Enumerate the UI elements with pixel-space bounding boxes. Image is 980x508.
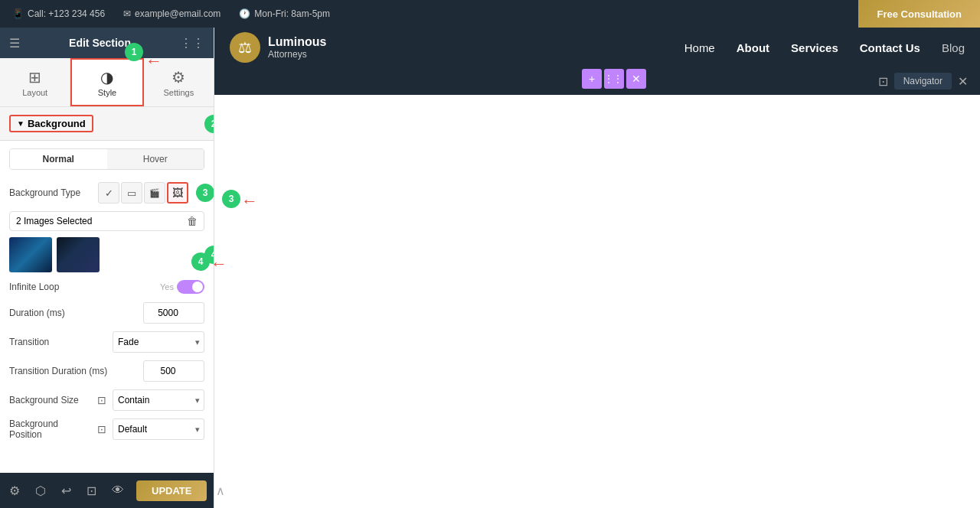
tab-style[interactable]: ◑ Style: [70, 58, 143, 106]
transition-duration-row: Transition Duration (ms): [0, 357, 214, 386]
panel-header: ☰ Edit Section ⋮⋮: [0, 28, 214, 58]
bg-type-color[interactable]: ▭: [121, 182, 142, 204]
add-section-button[interactable]: +: [582, 69, 602, 89]
close-navigator-icon[interactable]: ✕: [958, 74, 968, 89]
nav-contact[interactable]: Contact Us: [860, 41, 920, 54]
state-tab-normal[interactable]: Normal: [10, 149, 107, 169]
hamburger-icon[interactable]: ☰: [9, 36, 20, 50]
logo-icon: ⚖: [230, 32, 260, 63]
toolbar-history-icon[interactable]: ↩: [58, 480, 74, 501]
badge-3: 3: [196, 184, 214, 202]
images-selected-row: 2 Images Selected 🗑: [9, 211, 204, 231]
section-editing-toolbar: + ⋮⋮⋮ ✕: [582, 69, 646, 89]
hero-wrapper: + ⋮⋮⋮ ✕: [214, 67, 980, 508]
site-logo: ⚖ Luminous Attorneys: [230, 32, 326, 63]
badge-4-abs: 4: [191, 252, 210, 271]
settings-icon: ⚙: [172, 68, 185, 86]
toolbar-preview-icon[interactable]: 👁: [109, 480, 127, 500]
panel-tabs: ⊞ Layout ◑ Style ⚙ Settings: [0, 58, 214, 107]
bg-position-select[interactable]: Default Center Top Bottom: [113, 418, 204, 440]
bottom-toolbar: ⚙ ⬡ ↩ ⊡ 👁 UPDATE ∧: [0, 473, 214, 508]
bg-type-slideshow[interactable]: 🖼: [167, 182, 188, 204]
top-bar-left: 📱 Call: +123 234 456 ✉ example@email.com…: [12, 8, 330, 19]
top-bar: 📱 Call: +123 234 456 ✉ example@email.com…: [0, 0, 980, 28]
transition-select-wrapper: Fade Slide Zoom: [113, 331, 204, 353]
toggle-switch[interactable]: Yes: [160, 280, 204, 294]
navigator-icon[interactable]: ⊡: [878, 74, 888, 89]
background-type-row: Background Type ✓ ▭ 🎬 🖼 3: [0, 177, 214, 208]
background-label-box: ▼ Background: [9, 115, 93, 132]
navigator-box[interactable]: Navigator: [894, 73, 952, 90]
badge-3-abs: 3: [222, 190, 240, 208]
right-content: ⚖ Luminous Attorneys Home About Services…: [214, 28, 980, 508]
toggle-yes-label: Yes: [160, 282, 174, 291]
infinite-loop-row: Infinite Loop Yes: [0, 275, 214, 298]
nav-about[interactable]: About: [737, 41, 769, 54]
bg-size-row: Background Size ⊡ Contain Cover Auto: [0, 386, 214, 415]
email-info: ✉ example@email.com: [123, 8, 220, 19]
logo-text: Luminous Attorneys: [268, 34, 326, 60]
panel-content: ▼ Background 2 ← Normal Hover Background…: [0, 107, 214, 473]
panel-title: Edit Section: [69, 37, 131, 49]
nav-blog[interactable]: Blog: [942, 41, 965, 54]
bg-type-label: Background Type: [9, 187, 93, 198]
bg-type-video[interactable]: 🎬: [144, 182, 165, 204]
nav-services[interactable]: Services: [791, 41, 838, 54]
free-consultation-button[interactable]: Free Consultation: [858, 0, 980, 28]
state-tab-hover[interactable]: Hover: [107, 149, 204, 169]
bg-position-icon: ⊡: [97, 423, 106, 435]
bg-size-label: Background Size: [9, 395, 91, 405]
badge-1: 1: [125, 43, 143, 61]
thumb-1[interactable]: [9, 237, 52, 272]
background-label: Background: [28, 118, 86, 129]
email-icon: ✉: [123, 8, 131, 19]
left-panel: ☰ Edit Section ⋮⋮ ⊞ Layout ◑ Style ⚙ Set…: [0, 28, 214, 508]
tab-layout[interactable]: ⊞ Layout: [0, 58, 70, 106]
bg-position-label: Background Position: [9, 418, 91, 440]
images-selected-label: 2 Images Selected: [16, 216, 92, 226]
site-nav-links: Home About Services Contact Us Blog: [684, 41, 965, 54]
transition-duration-input[interactable]: [143, 360, 204, 382]
hours-info: 🕐 Mon-Fri: 8am-5pm: [239, 8, 330, 19]
duration-label: Duration (ms): [9, 308, 137, 318]
grid-icon[interactable]: ⋮⋮: [180, 36, 204, 50]
bg-type-none[interactable]: ✓: [98, 182, 119, 204]
update-button[interactable]: UPDATE: [136, 480, 207, 501]
nav-home[interactable]: Home: [684, 41, 715, 54]
background-section-header[interactable]: ▼ Background 2 ←: [0, 107, 214, 141]
move-section-button[interactable]: ⋮⋮⋮: [604, 69, 624, 89]
duration-row: Duration (ms): [0, 298, 214, 327]
transition-label: Transition: [9, 337, 106, 347]
thumbnail-strip: 4 ←: [0, 234, 214, 275]
phone-icon: 📱: [12, 8, 24, 19]
arrow-1: ←: [145, 51, 162, 71]
delete-images-icon[interactable]: 🗑: [187, 215, 198, 227]
toggle-thumb: [192, 282, 203, 292]
arrow-3: ←: [241, 191, 258, 211]
bg-size-select[interactable]: Contain Cover Auto: [113, 389, 204, 411]
bg-size-select-wrapper: Contain Cover Auto: [113, 389, 204, 411]
site-nav: ⚖ Luminous Attorneys Home About Services…: [214, 28, 980, 67]
state-tabs: Normal Hover: [9, 148, 204, 170]
type-buttons: ✓ ▭ 🎬 🖼: [98, 182, 188, 204]
infinite-loop-label: Infinite Loop: [9, 282, 160, 292]
bg-position-row: Background Position ⊡ Default Center Top…: [0, 415, 214, 444]
toggle-track[interactable]: [177, 280, 204, 294]
navigator-container: ⊡ Navigator ✕: [878, 73, 968, 90]
phone-info: 📱 Call: +123 234 456: [12, 8, 105, 19]
duration-input[interactable]: [143, 302, 204, 324]
style-icon: ◑: [100, 68, 113, 86]
clock-icon: 🕐: [239, 8, 250, 19]
close-section-button[interactable]: ✕: [626, 69, 646, 89]
transition-duration-label: Transition Duration (ms): [9, 366, 137, 376]
badge-2: 2: [204, 115, 214, 133]
transition-select[interactable]: Fade Slide Zoom: [113, 331, 204, 353]
transition-row: Transition Fade Slide Zoom: [0, 327, 214, 357]
toolbar-settings-icon[interactable]: ⚙: [6, 480, 23, 501]
toolbar-responsive-icon[interactable]: ⊡: [83, 480, 100, 501]
layout-icon: ⊞: [28, 68, 41, 86]
badge-3-container: 3: [196, 184, 214, 202]
toolbar-layers-icon[interactable]: ⬡: [32, 480, 49, 501]
thumb-2[interactable]: [57, 237, 100, 272]
bg-size-icon: ⊡: [97, 394, 106, 406]
